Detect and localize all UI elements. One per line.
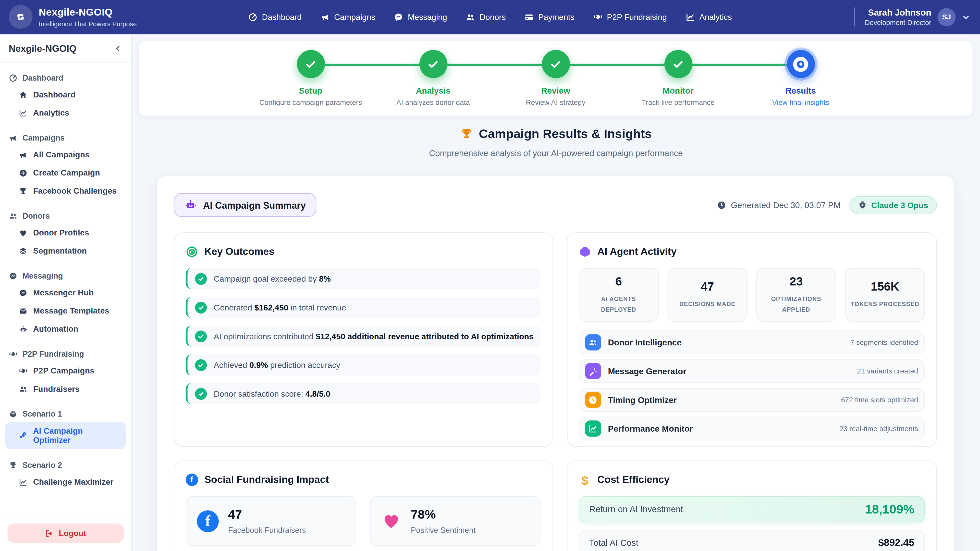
agent-row-performance-monitor: Performance Monitor 23 real-time adjustm… xyxy=(579,416,925,440)
step-monitor[interactable]: Monitor Track live performance xyxy=(617,41,739,116)
chevron-left-icon xyxy=(114,44,123,53)
step-subtitle-link[interactable]: View final insights xyxy=(772,99,829,106)
sidebar-item-message-templates[interactable]: Message Templates xyxy=(5,302,126,320)
clock-icon xyxy=(717,200,727,210)
check-circle-icon xyxy=(195,359,207,371)
step-setup[interactable]: Setup Configure campaign parameters xyxy=(249,41,372,116)
trophy-icon xyxy=(19,186,27,195)
step-review[interactable]: Review Review AI strategy xyxy=(494,41,617,116)
step-title: Review xyxy=(541,86,570,96)
users-icon xyxy=(466,12,475,22)
sidebar-section-p2p-fundraising: P2P Fundraising xyxy=(5,345,126,362)
messenger-icon xyxy=(394,12,404,22)
sidebar-item-segmentation[interactable]: Segmentation xyxy=(5,242,126,260)
check-circle-icon xyxy=(195,388,207,400)
user-role: Development Director xyxy=(865,19,931,26)
sidebar-item-all-campaigns[interactable]: All Campaigns xyxy=(5,146,126,164)
check-circle-icon xyxy=(195,302,207,313)
sidebar-item-ai-campaign-optimizer[interactable]: AI Campaign Optimizer xyxy=(5,422,126,449)
roi-row: Return on AI Investment 18,109% xyxy=(579,496,925,522)
outcome-text: AI optimizations contributed $12,450 add… xyxy=(214,331,534,341)
nav-item-analytics[interactable]: Analytics xyxy=(686,12,732,22)
total-cost-row: Total AI Cost $892.45 xyxy=(579,530,925,551)
sidebar-item-fundraisers[interactable]: Fundraisers xyxy=(5,380,126,398)
sidebar-item-dashboard[interactable]: Dashboard xyxy=(5,86,126,104)
outcome-row: AI optimizations contributed $12,450 add… xyxy=(186,326,541,347)
robot-icon xyxy=(184,199,197,211)
agent-row-donor-intelligence: Donor Intelligence 7 segments identified xyxy=(579,330,925,354)
trophy-icon xyxy=(460,127,473,141)
nav-item-dashboard[interactable]: Dashboard xyxy=(248,12,302,22)
impact-text: 47 Facebook Fundraisers xyxy=(228,507,306,535)
sidebar-item-p2p-campaigns[interactable]: P2P Campaigns xyxy=(5,362,126,380)
step-subtitle: Review AI strategy xyxy=(526,99,585,106)
agent-row-message-generator: Message Generator 21 variants created xyxy=(579,359,925,383)
sidebar-item-facebook-challenges[interactable]: Facebook Challenges xyxy=(5,182,126,200)
hands-logo-icon xyxy=(9,5,32,29)
trophy-icon xyxy=(9,461,18,470)
brand-title: Nexgile-NGOIQ xyxy=(39,6,137,18)
step-title: Monitor xyxy=(663,86,694,96)
rocket-icon xyxy=(19,431,27,440)
plus-circle-icon xyxy=(19,168,27,177)
stat-tile-decisions-made: 47 DECISIONS MADE xyxy=(667,268,748,322)
chevron-down-icon[interactable] xyxy=(962,13,970,21)
sidebar-section-scenario-2: Scenario 2 xyxy=(5,457,126,473)
sidebar-item-challenge-maximizer[interactable]: Challenge Maximizer xyxy=(5,473,126,491)
agent-row-timing-optimizer: Timing Optimizer 672 time slots optimize… xyxy=(579,388,925,412)
check-circle-icon xyxy=(542,50,570,78)
check-circle-icon xyxy=(419,50,447,78)
nav-item-campaigns[interactable]: Campaigns xyxy=(320,12,375,22)
step-subtitle: Track live performance xyxy=(641,99,714,106)
total-cost-value: $892.45 xyxy=(878,537,915,548)
sidebar-section-scenario-1: Scenario 1 xyxy=(5,405,126,422)
sidebar-section-donors: Donors xyxy=(5,207,126,224)
logout-button[interactable]: Logout xyxy=(7,524,124,543)
outcome-text: Generated $162,450 in total revenue xyxy=(214,303,346,312)
dollar-icon: $ xyxy=(579,473,591,486)
messenger-icon xyxy=(9,272,18,280)
handshake-icon xyxy=(19,366,27,375)
step-analysis[interactable]: Analysis AI analyzes donor data xyxy=(372,41,494,116)
nav-item-payments[interactable]: Payments xyxy=(525,12,574,22)
nav-item-messaging[interactable]: Messaging xyxy=(394,12,447,22)
facebook-icon: f xyxy=(197,510,219,532)
outcome-row: Campaign goal exceeded by 8% xyxy=(186,268,541,289)
top-nav-items: Dashboard Campaigns Messaging Donors Pay… xyxy=(248,12,732,22)
sidebar-item-analytics[interactable]: Analytics xyxy=(5,104,126,122)
cube-icon xyxy=(9,410,18,419)
user-menu[interactable]: Sarah Johnson Development Director SJ xyxy=(854,7,980,26)
chart-line-icon xyxy=(19,478,27,486)
sidebar-collapse-button[interactable] xyxy=(114,44,123,53)
outcome-row: Donor satisfaction score: 4.8/5.0 xyxy=(186,383,541,404)
sidebar-item-automation[interactable]: Automation xyxy=(5,320,126,338)
summary-grid: Key Outcomes Campaign goal exceeded by 8… xyxy=(174,232,937,551)
agent-stats: 6 AI AGENTS DEPLOYED 47 DECISIONS MADE 2… xyxy=(579,268,925,322)
key-outcomes-heading: Key Outcomes xyxy=(186,245,541,258)
chart-line-icon xyxy=(19,108,27,117)
page-subtitle: Comprehensive analysis of your AI-powere… xyxy=(132,149,980,158)
nav-item-donors[interactable]: Donors xyxy=(466,12,506,22)
nav-item-p2p-fundraising[interactable]: P2P Fundraising xyxy=(593,12,667,22)
logout-area: Logout xyxy=(0,516,131,551)
step-subtitle: AI analyzes donor data xyxy=(396,99,470,106)
ai-campaign-summary-badge[interactable]: AI Campaign Summary xyxy=(174,193,317,217)
user-name: Sarah Johnson xyxy=(865,7,931,17)
sidebar-item-donor-profiles[interactable]: Donor Profiles xyxy=(5,224,126,242)
clock-icon xyxy=(585,392,601,408)
impact-text: 78% Positive Sentiment xyxy=(411,507,476,535)
layers-icon xyxy=(19,246,27,255)
avatar[interactable]: SJ xyxy=(937,8,956,26)
megaphone-icon xyxy=(9,134,18,142)
steps: Setup Configure campaign parameters Anal… xyxy=(139,41,973,116)
heart-icon xyxy=(382,511,401,531)
cost-efficiency-panel: $ Cost Efficiency Return on AI Investmen… xyxy=(567,460,937,551)
sidebar-item-create-campaign[interactable]: Create Campaign xyxy=(5,164,126,182)
step-results[interactable]: Results View final insights xyxy=(739,41,862,116)
sidebar-item-messenger-hub[interactable]: Messenger Hub xyxy=(5,284,126,302)
outcome-row: Achieved 0.9% prediction accuracy xyxy=(186,354,541,375)
home-icon xyxy=(19,90,27,99)
step-subtitle: Configure campaign parameters xyxy=(259,99,362,106)
outcome-text: Achieved 0.9% prediction accuracy xyxy=(214,360,340,370)
key-outcomes-panel: Key Outcomes Campaign goal exceeded by 8… xyxy=(174,232,553,447)
